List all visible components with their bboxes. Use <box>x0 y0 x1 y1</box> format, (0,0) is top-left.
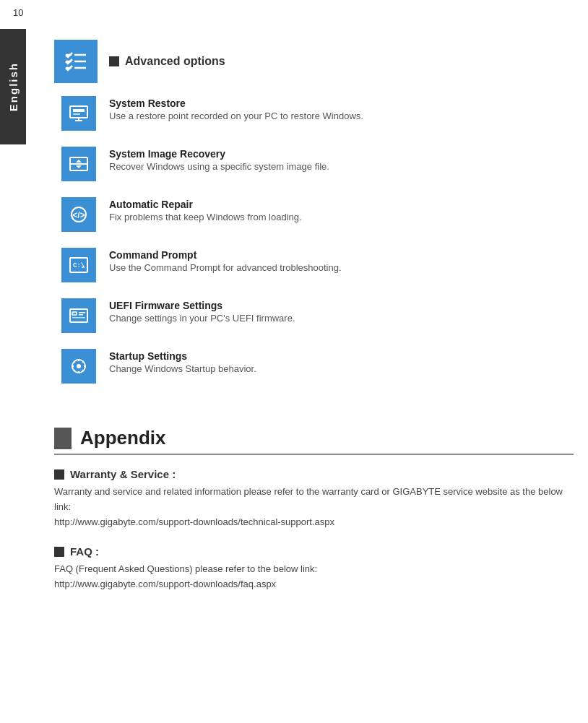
automatic-repair-desc: Fix problems that keep Windows from load… <box>109 212 302 222</box>
system-image-recovery-desc: Recover Windows using a specific system … <box>109 161 329 172</box>
system-restore-text: System Restore Use a restore point recor… <box>109 96 363 121</box>
startup-settings-text: Startup Settings Change Windows Startup … <box>109 349 256 374</box>
startup-settings-title: Startup Settings <box>109 350 256 362</box>
svg-line-35 <box>82 362 83 363</box>
system-restore-icon-box <box>61 96 96 131</box>
appendix-title: Appendix <box>80 427 165 449</box>
appendix-faq-title: FAQ : <box>54 545 574 558</box>
uefi-firmware-icon-box <box>61 298 96 333</box>
uefi-firmware-title: UEFI Firmware Settings <box>109 300 295 311</box>
startup-settings-desc: Change Windows Startup behavior. <box>109 363 256 374</box>
system-image-recovery-icon <box>69 154 89 174</box>
system-image-recovery-text: System Image Recovery Recover Windows us… <box>109 147 329 172</box>
svg-point-26 <box>73 312 74 313</box>
system-restore-title: System Restore <box>109 98 363 109</box>
svg-rect-22 <box>72 312 77 315</box>
appendix-marker <box>54 428 72 449</box>
option-uefi-firmware: UEFI Firmware Settings Change settings i… <box>61 298 574 333</box>
startup-settings-icon <box>69 356 89 376</box>
automatic-repair-title: Automatic Repair <box>109 199 302 210</box>
system-image-recovery-title: System Image Recovery <box>109 148 329 160</box>
svg-point-28 <box>77 364 81 368</box>
option-system-restore: System Restore Use a restore point recor… <box>61 96 574 131</box>
option-command-prompt: C:\ Command Prompt Use the Command Promp… <box>61 248 574 282</box>
option-automatic-repair: </> Automatic Repair Fix problems that k… <box>61 197 574 232</box>
automatic-repair-icon: </> <box>69 204 89 225</box>
startup-settings-icon-box <box>61 349 96 384</box>
advanced-options-title: Advanced options <box>109 55 225 68</box>
appendix-warranty: Warranty & Service : Warranty and servic… <box>54 468 574 529</box>
svg-line-34 <box>82 370 83 371</box>
svg-rect-21 <box>70 309 87 322</box>
options-list: System Restore Use a restore point recor… <box>61 96 574 384</box>
checklist-svg <box>63 48 89 74</box>
appendix-section: Appendix Warranty & Service : Warranty a… <box>54 427 574 592</box>
appendix-faq-body: FAQ (Frequent Asked Questions) please re… <box>54 562 574 592</box>
svg-text:</>: </> <box>72 210 85 220</box>
option-startup-settings: Startup Settings Change Windows Startup … <box>61 349 574 384</box>
option-system-image-recovery: System Image Recovery Recover Windows us… <box>61 147 574 181</box>
faq-bullet <box>54 547 64 557</box>
svg-rect-8 <box>73 113 80 115</box>
command-prompt-icon-box: C:\ <box>61 248 96 282</box>
sidebar-language-label: English <box>0 29 26 144</box>
system-restore-icon <box>69 103 89 124</box>
uefi-firmware-icon <box>69 306 89 326</box>
title-bullet <box>109 56 119 66</box>
uefi-firmware-desc: Change settings in your PC's UEFI firmwa… <box>109 313 295 324</box>
appendix-warranty-title: Warranty & Service : <box>54 468 574 480</box>
svg-line-33 <box>74 362 75 363</box>
advanced-options-icon <box>54 40 98 83</box>
svg-rect-25 <box>72 317 85 319</box>
svg-rect-23 <box>79 312 85 313</box>
automatic-repair-text: Automatic Repair Fix problems that keep … <box>109 197 302 222</box>
appendix-header: Appendix <box>54 427 574 455</box>
svg-marker-15 <box>76 165 82 168</box>
advanced-options-header: Advanced options <box>54 40 574 83</box>
appendix-warranty-body: Warranty and service and related informa… <box>54 485 574 529</box>
command-prompt-text: Command Prompt Use the Command Prompt fo… <box>109 248 342 273</box>
svg-rect-24 <box>79 314 83 316</box>
automatic-repair-icon-box: </> <box>61 197 96 232</box>
svg-marker-14 <box>76 160 82 163</box>
svg-line-36 <box>74 370 75 371</box>
system-image-recovery-icon-box <box>61 147 96 181</box>
command-prompt-desc: Use the Command Prompt for advanced trob… <box>109 262 342 273</box>
appendix-faq: FAQ : FAQ (Frequent Asked Questions) ple… <box>54 545 574 592</box>
system-restore-desc: Use a restore point recorded on your PC … <box>109 111 363 121</box>
main-content: Advanced options System Restore Use a re… <box>40 0 588 630</box>
command-prompt-icon: C:\ <box>69 255 89 275</box>
svg-text:C:\: C:\ <box>73 262 85 269</box>
page-number: 10 <box>13 7 23 18</box>
uefi-firmware-text: UEFI Firmware Settings Change settings i… <box>109 298 295 324</box>
command-prompt-title: Command Prompt <box>109 249 342 261</box>
svg-rect-7 <box>73 109 85 112</box>
warranty-bullet <box>54 469 64 480</box>
